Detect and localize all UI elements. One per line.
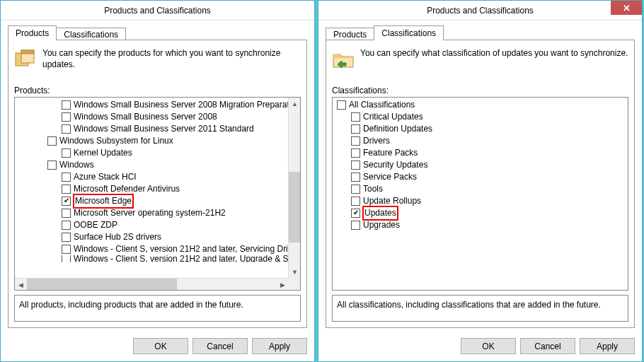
checkbox[interactable] [62,124,71,134]
tree-item[interactable]: Microsoft Defender Antivirus [16,183,288,195]
scroll-left-icon[interactable]: ◀ [15,279,27,291]
checkbox[interactable] [62,100,71,110]
tree-item-label: Windows - Client S, version 21H2 and lat… [73,243,288,255]
close-button[interactable]: ✕ [611,1,642,15]
cancel-button[interactable]: Cancel [520,338,575,354]
scroll-right-icon[interactable]: ▶ [277,279,289,291]
scroll-up-icon[interactable]: ▲ [289,98,301,110]
tree-item-label: Kernel Updates [73,147,133,159]
tree-item-label: Service Packs [362,171,418,183]
scroll-thumb-v[interactable] [289,172,300,242]
titlebar: Products and Classifications [1,1,314,21]
tab-strip: Products Classifications [8,25,307,40]
apply-button[interactable]: Apply [580,338,635,354]
classifications-tree[interactable]: All ClassificationsCritical UpdatesDefin… [332,97,628,291]
checkbox[interactable] [62,148,71,158]
dialog-classifications: Products and Classifications ✕ Products … [318,0,643,362]
tree-item[interactable]: Definition Updates [334,123,628,135]
tree-item-label: Microsoft Server operating system-21H2 [73,207,226,219]
intro-text: You can specify the products for which y… [42,47,301,70]
checkbox[interactable] [351,160,360,170]
tab-strip: Products Classifications [326,25,635,40]
tab-classifications[interactable]: Classifications [374,25,444,40]
checkbox[interactable] [351,185,360,194]
checkbox[interactable] [351,148,360,158]
tree-item[interactable]: Windows [16,159,288,171]
tree-item[interactable]: Tools [334,183,628,195]
tree-item[interactable]: All Classifications [334,99,628,111]
intro-text: You can specify what classification of u… [360,47,628,59]
ok-button[interactable]: OK [133,338,188,354]
products-label: Products: [14,86,301,95]
cancel-button[interactable]: Cancel [192,338,248,354]
checkbox[interactable] [351,124,360,134]
scroll-corner [288,278,300,290]
horizontal-scrollbar[interactable]: ◀ ▶ [15,278,289,290]
tree-item[interactable]: Windows Small Business Server 2008 [16,111,288,123]
tree-item-label: Tools [362,183,384,195]
checkbox[interactable] [62,245,71,254]
tree-item[interactable]: Security Updates [334,159,628,171]
tree-item[interactable]: Service Packs [334,171,628,183]
checkbox[interactable] [351,173,360,182]
checkbox[interactable] [351,136,360,146]
tree-item[interactable]: Updates [334,207,628,219]
window-title: Products and Classifications [104,6,211,16]
tree-item[interactable]: Microsoft Edge [16,195,288,207]
tree-item[interactable]: Azure Stack HCI [16,171,288,183]
tree-item-label: Surface Hub 2S drivers [73,231,162,243]
apply-button[interactable]: Apply [252,338,307,354]
vertical-scrollbar[interactable]: ▲ ▼ [288,98,300,278]
tree-item[interactable]: Surface Hub 2S drivers [16,231,288,243]
tree-item[interactable]: Windows - Client S, version 21H2 and lat… [16,255,288,262]
checkbox[interactable] [62,173,71,182]
checkbox[interactable] [47,160,57,170]
classifications-label: Classifications: [332,86,628,95]
tree-item-label: OOBE ZDP [73,219,118,231]
scroll-thumb-h[interactable] [27,279,177,290]
tree-item[interactable]: Critical Updates [334,111,628,123]
checkbox[interactable] [62,233,71,242]
checkbox[interactable] [62,185,71,194]
tree-item[interactable]: Kernel Updates [16,147,288,159]
checkbox[interactable] [351,112,360,122]
tree-item-label: Upgrades [362,219,401,231]
ok-button[interactable]: OK [461,338,516,354]
window-title: Products and Classifications [427,6,534,16]
dialog-body: Products Classifications You can specify… [318,21,642,332]
tree-item-label: Definition Updates [362,123,433,135]
checkbox[interactable] [62,221,71,230]
checkbox[interactable] [62,197,71,206]
products-tree[interactable]: Windows Small Business Server 2008 Migra… [14,97,301,291]
tree-item[interactable]: OOBE ZDP [16,219,288,231]
dialog-body: Products Classifications You can specify… [1,21,314,332]
tree-item[interactable]: Upgrades [334,219,628,231]
tree-item[interactable]: Windows - Client S, version 21H2 and lat… [16,243,288,255]
checkbox[interactable] [62,112,71,122]
checkbox[interactable] [62,209,71,218]
folder-sync-icon [332,47,355,70]
tree-item-label: Windows Subsystem for Linux [59,135,174,147]
checkbox[interactable] [47,136,57,146]
tree-item[interactable]: Microsoft Server operating system-21H2 [16,207,288,219]
dialog-products: Products and Classifications Products Cl… [0,0,315,362]
checkbox[interactable] [62,255,71,262]
checkbox[interactable] [351,209,360,218]
products-pane: You can specify the products for which y… [8,40,307,328]
tab-products[interactable]: Products [8,25,57,40]
tree-item-label: Updates [362,206,398,221]
tree-item-label: Windows Small Business Server 2008 Migra… [73,99,288,111]
tree-item[interactable]: Windows Small Business Server 2011 Stand… [16,123,288,135]
tree-item[interactable]: Windows Subsystem for Linux [16,135,288,147]
titlebar: Products and Classifications ✕ [318,1,642,21]
tree-item-label: Azure Stack HCI [73,171,137,183]
checkbox[interactable] [351,221,360,230]
button-row: OK Cancel Apply [1,332,314,361]
checkbox[interactable] [337,100,346,110]
scroll-down-icon[interactable]: ▼ [289,266,301,278]
tree-item[interactable]: Feature Packs [334,147,628,159]
checkbox[interactable] [351,197,360,206]
tree-item[interactable]: Windows Small Business Server 2008 Migra… [16,99,288,111]
tree-item[interactable]: Drivers [334,135,628,147]
products-footer-text: All products, including products that ar… [14,295,301,322]
